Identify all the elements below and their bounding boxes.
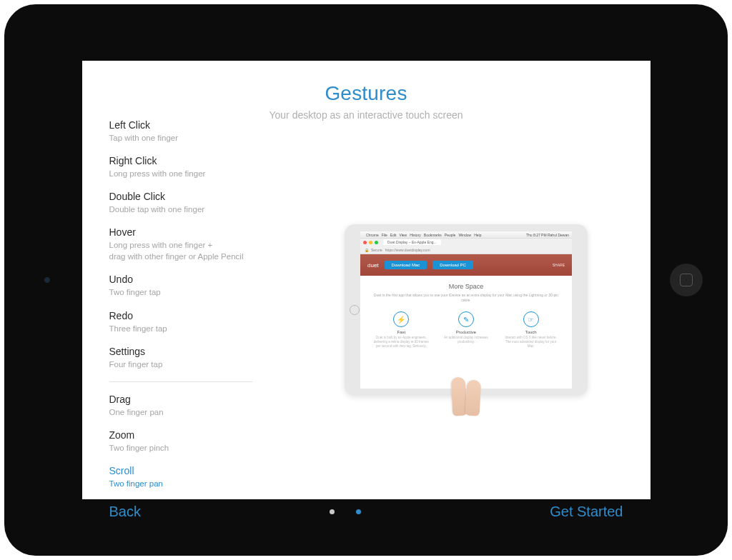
lock-icon: 🔒 [365, 248, 369, 252]
illustration-area: ChromeFileEditViewHistoryBookmarksPeople… [295, 119, 623, 501]
url-text: https://www.duetdisplay.com [385, 248, 430, 252]
gesture-name: Redo [109, 310, 295, 321]
gesture-item[interactable]: SettingsFour finger tap [109, 346, 295, 370]
more-space-sub: Duet is the first app that allows you to… [372, 293, 560, 303]
gesture-name: Right Click [109, 155, 295, 166]
gesture-name: Undo [109, 274, 295, 285]
more-space-section: More Space Duet is the first app that al… [360, 276, 572, 307]
browser-chrome: Duet Display – Ex-Apple Eng... 🔒 Secure … [360, 239, 572, 254]
brand-logo: duet [367, 262, 379, 269]
menubar-item: People [445, 233, 456, 237]
illustration-screen: ChromeFileEditViewHistoryBookmarksPeople… [360, 231, 572, 389]
gesture-item[interactable]: RedoThree finger tap [109, 310, 295, 334]
gesture-item[interactable]: DragOne finger pan [109, 394, 295, 418]
traffic-light-close-icon [363, 241, 367, 244]
gesture-desc: Long press with one finger +drag with ot… [109, 239, 295, 262]
feature-label: Touch [503, 330, 560, 334]
gesture-name: Hover [109, 226, 295, 238]
app-screen: Gestures Your desktop as an interactive … [82, 61, 651, 499]
download-pc-button: Download PC [432, 261, 473, 269]
fingers-icon [449, 373, 483, 416]
footer: Back Get Started [109, 504, 623, 520]
features-row: ⚡FastDuet is built by ex-Apple engineers… [360, 307, 572, 354]
feature-desc: Duet is built by ex-Apple engineers, del… [372, 336, 430, 349]
gesture-item[interactable]: Right ClickLong press with one finger [109, 155, 295, 179]
pager-dot[interactable] [330, 509, 335, 514]
home-button[interactable] [670, 264, 703, 296]
feature-desc: An additional display increases producti… [437, 336, 495, 344]
content: Left ClickTap with one fingerRight Click… [109, 119, 623, 501]
illustration-home-icon [350, 305, 360, 315]
traffic-light-min-icon [369, 241, 372, 244]
feature-icon: ⚡ [393, 311, 409, 327]
feature-icon: ✎ [458, 311, 474, 327]
feature-label: Fast [372, 330, 430, 334]
menubar-item: View [399, 233, 407, 237]
ipad-frame: Gestures Your desktop as an interactive … [4, 4, 728, 556]
gesture-name: Scroll [109, 465, 295, 476]
url-secure: Secure [371, 248, 382, 252]
gesture-item[interactable]: ScrollTwo finger pan [109, 465, 295, 489]
menubar-item: File [382, 233, 387, 237]
gesture-desc: Three finger tap [109, 323, 295, 334]
gesture-desc: Two finger tap [109, 286, 295, 298]
feature-item: ⚡FastDuet is built by ex-Apple engineers… [372, 311, 430, 349]
gesture-desc: Tap with one finger [109, 132, 295, 144]
camera-icon [44, 276, 51, 284]
menubar-item: Chrome [366, 233, 379, 237]
header: Gestures Your desktop as an interactive … [109, 82, 623, 121]
pager-dot[interactable] [356, 509, 361, 514]
site-hero: duet Download Mac Download PC SHARE [360, 254, 572, 276]
gesture-item[interactable]: ZoomTwo finger pinch [109, 429, 295, 454]
gesture-desc: Double tap with one finger [109, 204, 295, 215]
gesture-desc: One finger pan [109, 406, 295, 418]
menubar-item: Bookmarks [424, 233, 442, 237]
gesture-desc: Four finger tap [109, 359, 295, 370]
gesture-item[interactable]: HoverLong press with one finger +drag wi… [109, 226, 295, 262]
gesture-item[interactable]: UndoTwo finger tap [109, 274, 295, 298]
gesture-item[interactable]: Double ClickDouble tap with one finger [109, 191, 295, 215]
gesture-name: Drag [109, 394, 295, 405]
gesture-desc: Long press with one finger [109, 168, 295, 179]
menubar: ChromeFileEditViewHistoryBookmarksPeople… [360, 231, 572, 239]
pager [330, 509, 361, 514]
menubar-item: Help [474, 233, 481, 237]
gesture-desc: Two finger pinch [109, 442, 295, 454]
gesture-name: Settings [109, 346, 295, 357]
browser-tab: Duet Display – Ex-Apple Eng... [383, 239, 441, 245]
menubar-item: History [410, 233, 421, 237]
gesture-list: Left ClickTap with one fingerRight Click… [109, 119, 295, 501]
feature-item: ☞TouchInteract with OS X like never befo… [503, 311, 560, 349]
illustration-ipad: ChromeFileEditViewHistoryBookmarksPeople… [345, 224, 588, 396]
home-button-icon [680, 274, 693, 286]
feature-item: ✎ProductiveAn additional display increas… [437, 311, 495, 349]
feature-label: Productive [437, 330, 495, 334]
download-mac-button: Download Mac [385, 261, 427, 269]
share-label: SHARE [553, 263, 565, 267]
gesture-name: Zoom [109, 429, 295, 441]
gesture-name: Left Click [109, 119, 295, 131]
feature-icon: ☞ [523, 311, 539, 327]
feature-desc: Interact with OS X like never before. Th… [503, 336, 560, 349]
gesture-item[interactable]: Left ClickTap with one finger [109, 119, 295, 144]
menubar-item: Window [458, 233, 471, 237]
menubar-item: Edit [390, 233, 397, 237]
menubar-status: Thu 8:27 PM Rahul Dewan [526, 233, 569, 237]
gesture-desc: Two finger pan [109, 478, 295, 489]
get-started-button[interactable]: Get Started [550, 504, 623, 520]
more-space-title: More Space [372, 283, 560, 290]
back-button[interactable]: Back [109, 504, 141, 520]
traffic-light-max-icon [375, 241, 378, 244]
page-title: Gestures [109, 82, 623, 105]
gesture-name: Double Click [109, 191, 295, 202]
